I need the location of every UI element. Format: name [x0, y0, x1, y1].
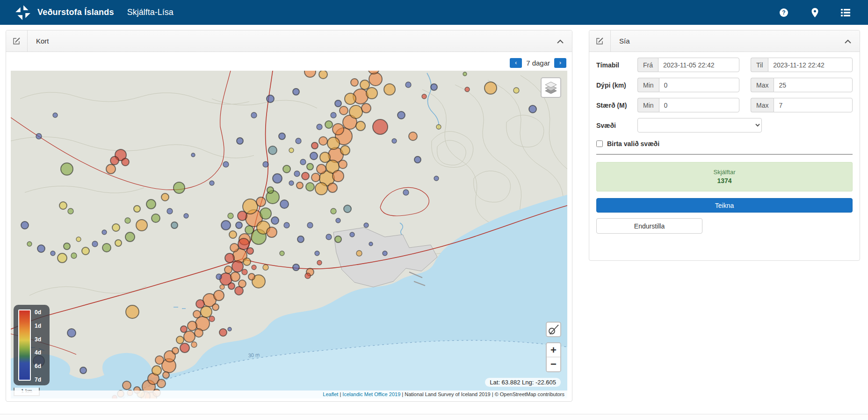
- timabil-row: Tímabil Frá Til: [596, 58, 853, 72]
- age-legend-labels: 0d1d3d4d6d7d: [35, 309, 41, 383]
- max-addon: Max: [751, 78, 774, 92]
- collapse-chevron-icon[interactable]: [845, 37, 851, 45]
- map-panel: Kort ‹ 7 dagar ›: [6, 30, 572, 402]
- imo-link[interactable]: Icelandic Met Office 2019: [342, 391, 400, 397]
- date-to-input[interactable]: [768, 58, 853, 72]
- depth-contour-label: 30 m: [248, 352, 260, 358]
- footer-strip: [0, 414, 868, 420]
- dypi-row: Dýpi (km) Min Max: [596, 78, 853, 92]
- imo-logo-icon: [14, 4, 32, 22]
- zoom-in-button[interactable]: +: [547, 343, 560, 357]
- leaflet-link[interactable]: Leaflet: [323, 391, 338, 397]
- map-attribution: Leaflet | Icelandic Met Office 2019 | Na…: [11, 391, 567, 398]
- pager-prev-button[interactable]: ‹: [510, 58, 522, 68]
- teikna-button[interactable]: Teikna: [596, 198, 853, 213]
- pager-label: 7 dagar: [526, 59, 550, 67]
- filter-panel: Sía Tímabil Frá Til Dýpi (km) Min Max: [589, 30, 860, 261]
- from-addon: Frá: [637, 58, 658, 72]
- filter-panel-title: Sía: [619, 37, 630, 45]
- area-select[interactable]: [637, 118, 762, 133]
- age-gradient-bar: [18, 309, 31, 381]
- edit-icon[interactable]: [6, 30, 28, 52]
- quake-count-label: Skjálftar: [597, 169, 852, 176]
- show-selected-area-label: Birta valið svæði: [607, 140, 659, 147]
- page-title: Skjálfta-Lísa: [127, 7, 174, 17]
- layers-control-button[interactable]: [541, 77, 561, 98]
- map-panel-header: Kort: [6, 30, 572, 52]
- coordinates-display: Lat: 63.882 Lng: -22.605: [485, 378, 561, 387]
- navbar: Veðurstofa Íslands Skjálfta-Lísa ?: [0, 0, 868, 25]
- edit-icon[interactable]: [589, 30, 611, 52]
- divider: [596, 154, 853, 155]
- staerd-row: Stærð (M) Min Max: [596, 98, 853, 112]
- quake-count-value: 1374: [597, 177, 852, 184]
- brand-name: Veðurstofa Íslands: [37, 7, 114, 17]
- quake-count-box: Skjálftar 1374: [596, 162, 853, 192]
- show-selected-area-checkbox[interactable]: [596, 140, 603, 147]
- endurstilla-button[interactable]: Endurstilla: [596, 218, 702, 234]
- dypi-label: Dýpi (km): [596, 81, 637, 89]
- magnitude-min-input[interactable]: [659, 98, 739, 112]
- filter-panel-header: Sía: [589, 30, 860, 52]
- zoom-control: + −: [546, 342, 561, 372]
- location-pin-icon[interactable]: [810, 8, 819, 17]
- date-from-input[interactable]: [658, 58, 739, 72]
- pager-next-button[interactable]: ›: [554, 58, 566, 68]
- map-canvas: 30 m: [11, 71, 567, 398]
- staerd-label: Stærð (M): [596, 102, 637, 109]
- svaedi-label: Svæði: [596, 122, 637, 129]
- time-pager: ‹ 7 dagar ›: [11, 55, 567, 71]
- max-addon: Max: [751, 98, 774, 112]
- svaedi-row: Svæði: [596, 118, 853, 133]
- zoom-out-button[interactable]: −: [547, 357, 560, 371]
- draw-polygon-button[interactable]: [546, 322, 561, 337]
- min-addon: Min: [637, 98, 659, 112]
- list-menu-icon[interactable]: [841, 8, 850, 17]
- depth-max-input[interactable]: [774, 78, 853, 92]
- depth-min-input[interactable]: [659, 78, 739, 92]
- show-area-checkbox-row: Birta valið svæði: [596, 140, 853, 147]
- help-icon[interactable]: ?: [779, 8, 788, 17]
- to-addon: Til: [751, 58, 768, 72]
- timabil-label: Tímabil: [596, 61, 637, 69]
- collapse-chevron-icon[interactable]: [557, 37, 564, 45]
- min-addon: Min: [637, 78, 659, 92]
- leaflet-map[interactable]: 30 m: [11, 71, 567, 398]
- magnitude-max-input[interactable]: [774, 98, 853, 112]
- age-legend: 0d1d3d4d6d7d: [14, 305, 50, 385]
- map-panel-title: Kort: [36, 37, 49, 45]
